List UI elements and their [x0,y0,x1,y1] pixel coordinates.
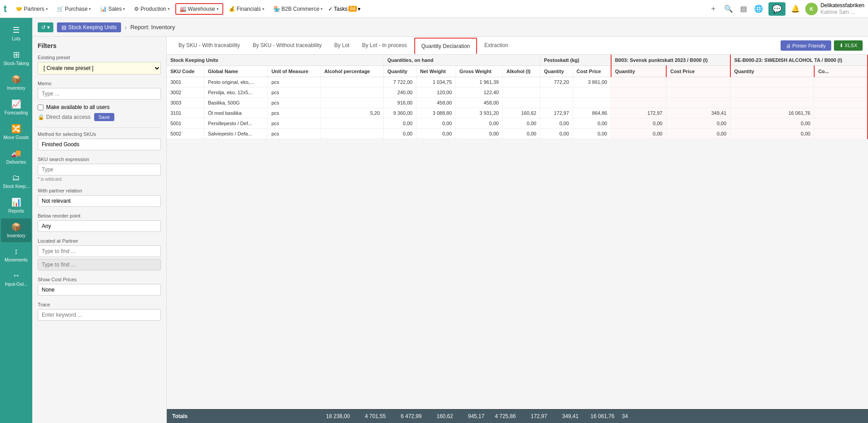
sku-icon: ▤ [61,24,66,31]
nav-tasks[interactable]: ✓ Tasks 84 ▾ [328,6,360,12]
located-at-input2[interactable] [38,259,161,270]
sidebar-item-stock-taking[interactable]: ⊞ Stock-Taking [1,46,31,70]
sidebar-item-lots[interactable]: ☰ Lots [1,22,31,45]
table-cell-13 [814,118,868,129]
tab-extraction[interactable]: Extraction [478,38,514,54]
table-cell-11: 0,00 [666,118,730,129]
table-cell-12: 16 061,76 [730,108,814,118]
partner-relation-select[interactable]: Not relevant [38,195,161,207]
bell-icon[interactable]: 🔔 [789,3,802,15]
production-icon: ⚙ [134,6,139,12]
nav-production[interactable]: ⚙ Production ▾ [130,4,173,14]
table-cell-10: 0,00 [611,118,666,129]
deliveries-icon: 🚚 [11,148,21,158]
sidebar-item-input-output[interactable]: ↔ Input-Out... [1,267,31,291]
col-group-b003: B003: Svensk punktskatt 2023 / B000 (l) [611,55,730,66]
filter-title: Filters [38,42,161,49]
printer-friendly-button[interactable]: 🖨 Printer Friendly [781,40,831,51]
preset-select[interactable]: [ Create new preset ] [38,62,161,74]
search-icon[interactable]: 🔍 [722,3,735,15]
make-available-checkbox[interactable] [38,105,43,110]
top-navigation: t 🤝 Partners ▾ 🛒 Purchase ▾ 📊 Sales ▾ ⚙ … [0,0,868,18]
warehouse-icon: 🏭 [180,6,187,12]
tab-by-sku-without[interactable]: By SKU - Without traceability [246,38,328,54]
below-reorder-select[interactable]: Any [38,220,161,232]
nav-purchase[interactable]: 🛒 Purchase ▾ [53,4,95,14]
table-cell-3 [321,118,384,129]
col-pest-cost: Cost Price [573,66,611,77]
chat-button[interactable]: 💬 [768,2,786,16]
table-cell-13 [814,77,868,87]
filter-partner-relation: With partner relation Not relevant [38,188,161,207]
trace-input[interactable] [38,309,161,321]
sidebar-item-movements[interactable]: ↕ Movements [1,243,31,266]
table-cell-7: 0,00 [503,118,540,129]
table-cell-4: 7 722,00 [384,77,417,87]
show-cost-label: Show Cost Prices [38,277,161,282]
table-cell-6: 122,40 [456,87,503,98]
nav-sales[interactable]: 📊 Sales ▾ [96,4,129,14]
table-cell-5: 3 088,80 [416,108,456,118]
table-cell-11: 0,00 [666,129,730,139]
sidebar-item-stock-keep[interactable]: 🗂 Stock Keep... [1,170,31,193]
nav-warehouse[interactable]: 🏭 Warehouse ▾ [175,3,223,15]
located-at-label: Located at Partner [38,238,161,244]
chevron-down-icon: ▾ [358,6,360,12]
globe-icon[interactable]: 🌐 [752,3,765,15]
table-cell-8 [540,98,573,108]
back-button[interactable]: ↺ ▾ [38,22,53,32]
tab-by-lot-in-process[interactable]: By Lot - In process [356,38,413,54]
tab-by-lot[interactable]: By Lot [328,38,356,54]
table-cell-13 [814,87,868,98]
dropdown-arrow: ▾ [47,24,50,31]
table-scroll[interactable]: Stock Keeping Units Quantities, on hand … [167,55,868,409]
avatar: K [805,3,818,15]
method-select[interactable]: Finished Goods [38,139,161,150]
table-cell-10 [611,87,666,98]
app-logo[interactable]: t [4,3,7,15]
table-cell-0: 5001 [167,118,204,129]
add-icon[interactable]: ＋ [708,2,719,15]
memo-input[interactable] [38,88,161,100]
nav-partners[interactable]: 🤝 Partners ▾ [12,4,51,14]
xlsx-button[interactable]: ⬇ XLSX [834,40,863,51]
sku-search-input[interactable] [38,164,161,175]
table-cell-11 [666,87,730,98]
sidebar-item-inventory2[interactable]: 📦 Inventory [1,218,31,242]
chevron-down-icon: ▾ [168,7,170,11]
sidebar-item-deliveries[interactable]: 🚚 Deliveries [1,145,31,169]
direct-access-label: 🔒 Direct data access [38,114,91,120]
sku-button[interactable]: ▤ Stock Keeping Units [57,22,121,32]
table-cell-12: 0,00 [730,118,814,129]
save-button[interactable]: Save [94,113,114,121]
sidebar-item-forecasting[interactable]: 📈 Forecasting [1,96,31,119]
table-cell-0: 3002 [167,87,204,98]
show-cost-select[interactable]: None [38,284,161,296]
table-cell-2: pcs [268,87,321,98]
table-cell-0: 3101 [167,108,204,118]
totals-bar: Totals 18 238,00 4 701,55 6 472,99 160,6… [167,409,868,423]
col-uom: Unit of Measure [268,66,321,77]
sidebar-item-reports[interactable]: 📊 Reports [1,194,31,218]
table-cell-1: Persillepesto / Def... [204,118,268,129]
stock-taking-icon: ⊞ [13,50,20,60]
total-qty: 18 238,00 [317,413,353,419]
filter-trace: Trace [38,302,161,321]
table-cell-9 [573,98,611,108]
nav-b2b[interactable]: 🏪 B2B Commerce ▾ [270,4,327,14]
tab-by-sku-with[interactable]: By SKU - With traceability [172,38,246,54]
nav-financials[interactable]: 💰 Financials ▾ [225,4,268,14]
user-menu[interactable]: K Delikatessfabriken Katrine Søn ... [805,2,864,15]
below-reorder-label: Below reorder point [38,213,161,218]
barcode-icon[interactable]: ▤ [738,3,749,15]
sidebar-item-move-goods[interactable]: 🔀 Move Goods [1,120,31,144]
table-cell-13 [814,108,868,118]
total-pest-qty: 945,17 [456,413,488,419]
table-cell-5: 0,00 [416,118,456,129]
sidebar-item-inventory[interactable]: 📦 Inventory [1,71,31,95]
table-cell-3 [321,129,384,139]
located-at-input1[interactable] [38,245,161,257]
tab-quantity-declaration[interactable]: Quantity Declaration [414,38,477,54]
col-alkohol: Alkohol (l) [503,66,540,77]
table-cell-10 [611,98,666,108]
